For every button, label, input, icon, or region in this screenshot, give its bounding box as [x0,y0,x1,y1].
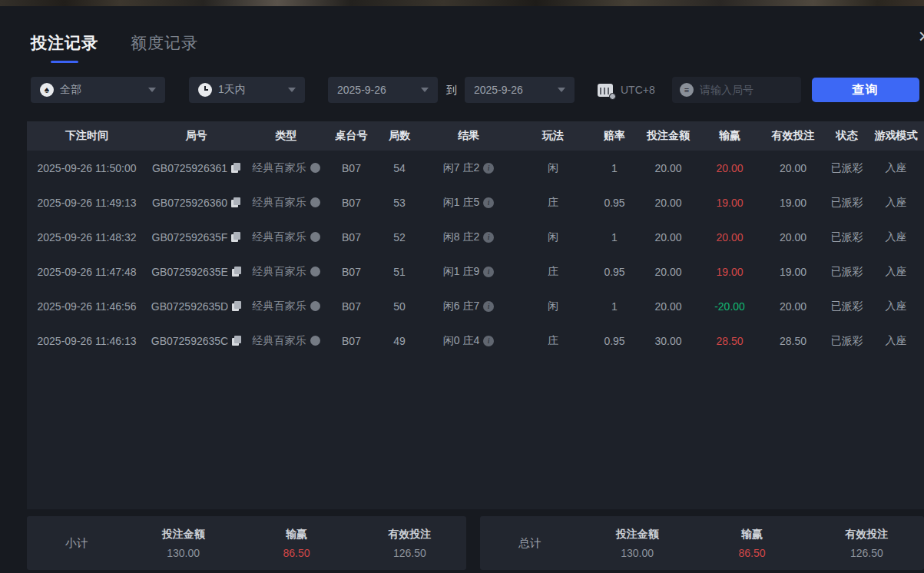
type-cell: 经典百家乐 [246,300,326,313]
play: 庄 [515,334,591,348]
header-play: 玩法 [515,129,591,143]
type-cell: 经典百家乐 [246,161,326,175]
win-loss: 19.00 [699,266,760,278]
round-number-icon: ≡ [680,83,694,97]
valid-bet: 19.00 [760,266,826,278]
subtotal-valid-bet: 有效投注 126.50 [353,528,466,559]
round-id: GB072592635E [151,266,228,278]
total-bar: 总计 投注金额 130.00 输赢 86.50 有效投注 126.50 [480,516,924,570]
game-type: 经典百家乐 [253,265,306,279]
round-no: 52 [376,231,422,243]
play: 闲 [515,230,591,244]
game-mode: 入座 [868,300,924,313]
round-number-input[interactable] [700,84,784,96]
result-cell: 闲7 庄2 [422,161,515,175]
total-win-loss: 输赢 86.50 [694,528,809,559]
info-icon[interactable] [483,336,494,346]
info-icon[interactable] [483,267,494,277]
type-cell: 经典百家乐 [246,196,326,210]
bet-amount: 20.00 [638,266,699,278]
date-from-picker[interactable]: 2025-9-26 [328,77,438,103]
time-range-value: 1天内 [218,83,246,97]
tab-bar: 投注记录 额度记录 [31,32,198,63]
round-id-cell: GB0725926360 [147,197,246,209]
play: 庄 [515,196,591,210]
copy-icon[interactable] [232,301,241,311]
chevron-down-icon [288,88,296,92]
game-mode: 入座 [868,334,924,348]
result: 闲0 庄4 [443,334,479,348]
subtotal-win-loss-value: 86.50 [240,547,353,559]
subtotal-label: 小计 [27,536,127,551]
round-number-field: ≡ [672,77,801,103]
game-type: 经典百家乐 [253,334,306,348]
copy-icon[interactable] [232,336,241,346]
result-cell: 闲1 庄9 [422,265,515,279]
result: 闲1 庄9 [443,265,479,279]
copy-icon[interactable] [231,197,240,207]
table-no: B07 [326,231,376,243]
bet-amount: 20.00 [638,197,699,209]
copy-icon[interactable] [231,232,240,242]
date-to-picker[interactable]: 2025-9-26 [465,77,575,103]
odds: 0.95 [591,266,638,278]
win-loss: -20.00 [699,300,760,313]
background-video-strip [0,0,924,6]
info-icon[interactable] [483,301,494,312]
close-icon[interactable]: × [919,26,924,46]
copy-icon[interactable] [231,163,240,173]
info-icon[interactable] [483,163,494,174]
round-id: GB072592635C [151,335,228,347]
tab-quota-records[interactable]: 额度记录 [131,32,198,63]
round-id-cell: GB072592635E [147,266,246,278]
bet-time: 2025-09-26 11:46:56 [27,300,147,313]
game-type-icon [310,301,320,311]
game-mode: 入座 [868,161,924,175]
status: 已派彩 [826,334,868,348]
result: 闲6 庄7 [443,300,479,313]
header-type: 类型 [246,129,326,143]
valid-bet: 20.00 [760,231,826,243]
copy-icon[interactable] [232,267,241,277]
tab-quota-records-label: 额度记录 [131,34,198,51]
round-no: 51 [376,266,422,278]
table-no: B07 [326,335,376,347]
subtotal-bar: 小计 投注金额 130.00 输赢 86.50 有效投注 126.50 [27,516,466,570]
subtotal-bet-amount: 投注金额 130.00 [127,528,240,559]
valid-bet: 28.50 [760,335,826,347]
active-tab-underline [51,61,78,63]
calendar-clock-icon[interactable] [598,84,613,97]
bet-time: 2025-09-26 11:46:13 [27,335,147,347]
round-id: GB072592635D [151,300,228,313]
bet-time: 2025-09-26 11:48:32 [27,231,147,243]
bet-time: 2025-09-26 11:49:13 [27,197,147,209]
bet-time: 2025-09-26 11:47:48 [27,266,147,278]
subtotal-valid-bet-label: 有效投注 [353,528,466,542]
result: 闲8 庄2 [443,230,479,244]
result-cell: 闲8 庄2 [422,230,515,244]
time-range-select[interactable]: 1天内 [189,77,305,103]
chevron-down-icon [558,88,565,92]
valid-bet: 20.00 [760,300,826,313]
game-category-select[interactable]: ♠ 全部 [31,77,165,103]
table-no: B07 [326,266,376,278]
win-loss: 28.50 [699,335,760,347]
table-row: 2025-09-26 11:46:56 GB072592635D 经典百家乐 B… [27,289,924,323]
game-mode: 入座 [868,196,924,210]
header-win-loss: 输赢 [699,129,760,143]
tab-bet-records[interactable]: 投注记录 [31,32,98,63]
header-round-id: 局号 [147,129,246,143]
total-win-loss-label: 输赢 [694,528,809,542]
info-icon[interactable] [483,232,494,243]
subtotal-win-loss-label: 输赢 [240,528,353,542]
info-icon[interactable] [483,197,494,208]
round-id: GB072592635F [152,231,228,243]
subtotal-bet-amount-label: 投注金额 [127,528,240,542]
total-bet-amount-value: 130.00 [580,547,694,559]
query-button[interactable]: 查询 [812,78,919,102]
round-id-cell: GB072592635D [147,300,246,313]
table-no: B07 [326,162,376,174]
odds: 1 [591,162,638,174]
to-label: 到 [446,77,457,103]
round-id: GB0725926360 [152,197,227,209]
